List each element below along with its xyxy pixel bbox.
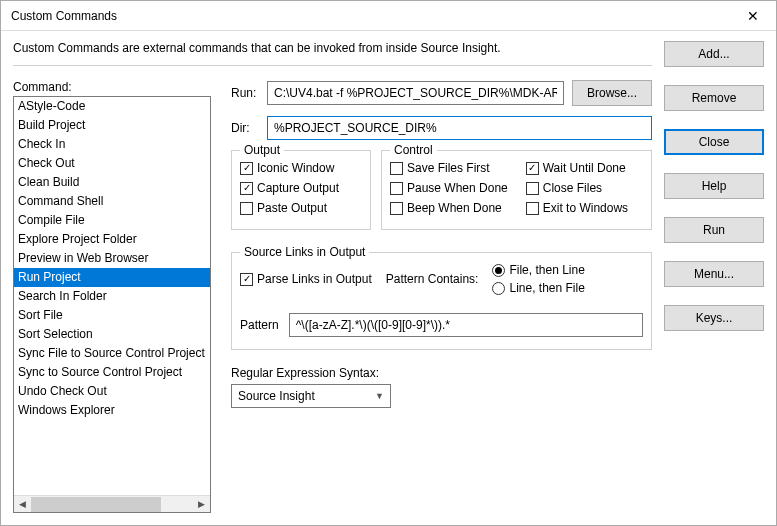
list-item[interactable]: Sync to Source Control Project	[14, 363, 210, 382]
capture-output-label: Capture Output	[257, 181, 339, 195]
pattern-contains-label: Pattern Contains:	[386, 272, 479, 286]
capture-output-checkbox[interactable]	[240, 182, 253, 195]
close-icon[interactable]: ✕	[730, 1, 776, 31]
close-files-checkbox[interactable]	[526, 182, 539, 195]
list-item[interactable]: Run Project	[14, 268, 210, 287]
close-files-label: Close Files	[543, 181, 602, 195]
parse-links-label: Parse Links in Output	[257, 272, 372, 286]
list-item[interactable]: Sort Selection	[14, 325, 210, 344]
regex-syntax-label: Regular Expression Syntax:	[231, 366, 652, 380]
titlebar: Custom Commands ✕	[1, 1, 776, 31]
list-item[interactable]: Compile File	[14, 211, 210, 230]
pattern-input[interactable]	[289, 313, 643, 337]
control-group: Control Save Files First Pause When Done…	[381, 150, 652, 230]
wait-checkbox[interactable]	[526, 162, 539, 175]
exit-label: Exit to Windows	[543, 201, 628, 215]
pause-label: Pause When Done	[407, 181, 508, 195]
file-then-line-radio[interactable]	[492, 264, 505, 277]
command-listbox[interactable]: AStyle-CodeBuild ProjectCheck InCheck Ou…	[13, 96, 211, 513]
paste-output-label: Paste Output	[257, 201, 327, 215]
list-item[interactable]: Check Out	[14, 154, 210, 173]
list-item[interactable]: Undo Check Out	[14, 382, 210, 401]
scroll-thumb[interactable]	[31, 497, 161, 512]
output-legend: Output	[240, 143, 284, 157]
scroll-left-icon[interactable]: ◀	[14, 496, 31, 513]
list-item[interactable]: Windows Explorer	[14, 401, 210, 420]
line-then-file-radio[interactable]	[492, 282, 505, 295]
run-label: Run:	[231, 86, 259, 100]
iconic-window-checkbox[interactable]	[240, 162, 253, 175]
chevron-down-icon: ▼	[375, 391, 384, 401]
list-item[interactable]: Explore Project Folder	[14, 230, 210, 249]
menu-button[interactable]: Menu...	[664, 261, 764, 287]
exit-checkbox[interactable]	[526, 202, 539, 215]
dir-input[interactable]	[267, 116, 652, 140]
scroll-right-icon[interactable]: ▶	[193, 496, 210, 513]
list-item[interactable]: Check In	[14, 135, 210, 154]
save-files-label: Save Files First	[407, 161, 490, 175]
horizontal-scrollbar[interactable]: ◀ ▶	[14, 495, 210, 512]
output-group: Output Iconic Window Capture Output Past…	[231, 150, 371, 230]
wait-label: Wait Until Done	[543, 161, 626, 175]
intro-text: Custom Commands are external commands th…	[13, 41, 652, 55]
save-files-checkbox[interactable]	[390, 162, 403, 175]
command-label: Command:	[13, 80, 211, 94]
source-links-group: Source Links in Output Parse Links in Ou…	[231, 252, 652, 350]
browse-button[interactable]: Browse...	[572, 80, 652, 106]
file-then-line-label: File, then Line	[509, 263, 584, 277]
add-button[interactable]: Add...	[664, 41, 764, 67]
control-legend: Control	[390, 143, 437, 157]
regex-syntax-value: Source Insight	[238, 389, 315, 403]
beep-checkbox[interactable]	[390, 202, 403, 215]
remove-button[interactable]: Remove	[664, 85, 764, 111]
divider	[13, 65, 652, 66]
list-item[interactable]: Command Shell	[14, 192, 210, 211]
paste-output-checkbox[interactable]	[240, 202, 253, 215]
list-item[interactable]: Clean Build	[14, 173, 210, 192]
regex-syntax-select[interactable]: Source Insight ▼	[231, 384, 391, 408]
custom-commands-dialog: Custom Commands ✕ Custom Commands are ex…	[0, 0, 777, 526]
list-item[interactable]: AStyle-Code	[14, 97, 210, 116]
list-item[interactable]: Sort File	[14, 306, 210, 325]
help-button[interactable]: Help	[664, 173, 764, 199]
pattern-label: Pattern	[240, 318, 279, 332]
pause-checkbox[interactable]	[390, 182, 403, 195]
iconic-window-label: Iconic Window	[257, 161, 334, 175]
list-item[interactable]: Preview in Web Browser	[14, 249, 210, 268]
list-item[interactable]: Sync File to Source Control Project	[14, 344, 210, 363]
line-then-file-label: Line, then File	[509, 281, 584, 295]
list-item[interactable]: Build Project	[14, 116, 210, 135]
window-title: Custom Commands	[11, 9, 730, 23]
keys-button[interactable]: Keys...	[664, 305, 764, 331]
dir-label: Dir:	[231, 121, 259, 135]
run-input[interactable]	[267, 81, 564, 105]
beep-label: Beep When Done	[407, 201, 502, 215]
list-item[interactable]: Search In Folder	[14, 287, 210, 306]
source-links-legend: Source Links in Output	[240, 245, 369, 259]
run-button[interactable]: Run	[664, 217, 764, 243]
parse-links-checkbox[interactable]	[240, 273, 253, 286]
close-button[interactable]: Close	[664, 129, 764, 155]
